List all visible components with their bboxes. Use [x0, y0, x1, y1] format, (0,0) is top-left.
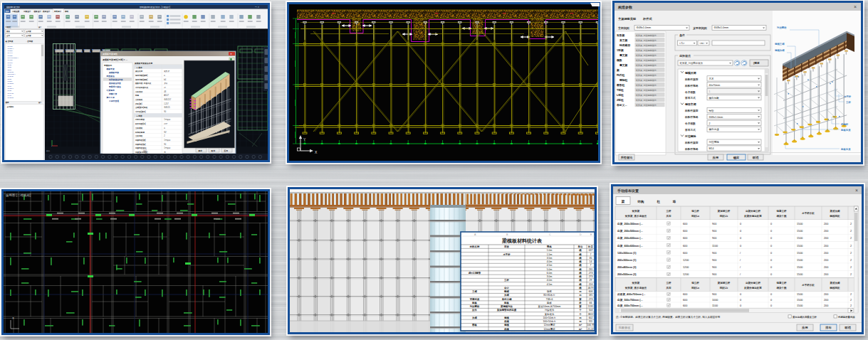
svg-text:根: 根: [578, 279, 582, 282]
svg-text:根: 根: [578, 260, 582, 263]
svg-text:水平杆连接方式: 水平杆连接方式: [135, 86, 149, 89]
svg-text:侧模: 侧模: [503, 317, 509, 319]
svg-text:900: 900: [712, 230, 716, 233]
svg-text:对接抠件: 对接抠件: [545, 309, 555, 312]
svg-text:5.0m: 5.0m: [547, 268, 553, 271]
svg-text:231: 231: [589, 268, 593, 271]
svg-text:合并根数: 合并根数: [684, 90, 696, 94]
svg-text:矩形梁_对拉螺栓做法: 矩形梁_对拉螺栓做法: [635, 84, 657, 87]
svg-text:|◂|▸|: |◂|▸|: [143, 149, 147, 152]
svg-text:106.99: 106.99: [587, 324, 594, 326]
svg-text:全部: 全部: [6, 34, 10, 37]
svg-text:梁模板支架: 梁模板支架: [108, 71, 119, 74]
svg-text:对拉螺栓: 对拉螺栓: [709, 140, 720, 144]
svg-text:▣×: ▣×: [38, 26, 41, 28]
svg-text:1131: 1131: [588, 305, 593, 308]
svg-text:504: 504: [589, 309, 593, 312]
svg-text:600: 600: [683, 230, 687, 233]
svg-text:D: D: [580, 233, 582, 236]
svg-text:工程设置: 工程设置: [11, 10, 20, 13]
svg-text:200: 200: [824, 252, 828, 255]
svg-text:矩形梁_对拉螺栓做法: 矩形梁_对拉螺栓做法: [635, 74, 657, 77]
svg-text:梁跨: 梁跨: [5, 101, 10, 104]
svg-text:高文梁: 高文梁: [619, 53, 628, 57]
svg-text:架体钢管间的连接: 架体钢管间的连接: [496, 308, 517, 312]
svg-text:900: 900: [712, 223, 716, 225]
svg-text:杆件连接(扣): 杆件连接(扣): [135, 122, 146, 125]
svg-text:垫板支座: 垫板支座: [840, 129, 851, 132]
svg-text:200: 200: [824, 223, 828, 225]
svg-text:7: 7: [590, 253, 592, 256]
svg-text:602: 602: [589, 317, 593, 319]
svg-text:预留洞口做法: 预留洞口做法: [108, 85, 121, 88]
svg-text:1500: 1500: [797, 230, 802, 233]
svg-text:◉ 全部梁: ◉ 全部梁: [6, 40, 14, 43]
svg-text:0: 0: [770, 273, 772, 276]
svg-text:边梁_600x600mm (...: 边梁_600x600mm (...: [617, 244, 643, 248]
svg-text:模板支架: 模板支架: [106, 68, 115, 70]
svg-text:637: 637: [589, 249, 593, 252]
svg-text:Φ48.25: Φ48.25: [164, 106, 170, 109]
svg-text:1000: 1000: [712, 299, 718, 302]
svg-text:1步横杆: 1步横杆: [164, 147, 171, 149]
svg-text:根: 根: [578, 249, 582, 252]
svg-text:距梁外侧边距离: 距梁外侧边距离: [743, 286, 762, 289]
svg-text:方木: 方木: [709, 77, 715, 80]
svg-text:次楣: 次楣: [504, 293, 509, 297]
svg-text:确定: 确定: [198, 149, 203, 152]
svg-text:▸ 基本: ▸ 基本: [136, 66, 142, 69]
svg-text:根: 根: [578, 253, 582, 256]
svg-text:枓配件规格: 枓配件规格: [684, 115, 699, 119]
svg-text:1500: 1500: [797, 245, 802, 248]
svg-text:0: 0: [770, 293, 772, 296]
svg-text:0: 0: [770, 299, 772, 302]
svg-text:支模体系: 支模体系: [103, 64, 112, 67]
svg-text:根: 根: [578, 257, 582, 260]
svg-text:共用: 共用: [666, 214, 672, 218]
svg-text:L型柱: L型柱: [617, 93, 624, 97]
svg-text:T38×6: T38×6: [546, 298, 553, 301]
svg-text:梁宽细立杆: 梁宽细立杆: [717, 281, 731, 285]
svg-text:m: m: [579, 320, 581, 323]
svg-text:选择做法: 选择做法: [679, 54, 691, 58]
svg-text:梁底次楣: 梁底次楣: [830, 281, 841, 285]
svg-text:4.0m: 4.0m: [547, 279, 553, 282]
svg-text:自定义...: 自定义...: [617, 103, 627, 107]
svg-text:适用范围(梁宽): 适用范围(梁宽): [135, 74, 147, 77]
svg-text:200x400mm (3): 200x400mm (3): [617, 266, 637, 269]
svg-text:横向间断: 横向间断: [709, 97, 720, 100]
svg-text:12mm覆膜: 12mm覆膜: [543, 324, 555, 326]
svg-text:200: 200: [824, 259, 828, 262]
svg-text:共用: 共用: [666, 286, 672, 289]
svg-text:混凝立杆: 混凝立杆: [776, 209, 788, 213]
svg-text:应用: 应用: [801, 326, 807, 329]
svg-text:T型柱: T型柱: [617, 88, 624, 92]
svg-text:直角抠件: 直角抠件: [545, 313, 555, 316]
svg-text:架体做法设置: 架体做法设置: [108, 82, 121, 85]
svg-text:3.0m: 3.0m: [547, 275, 553, 278]
svg-text:对拉螺栓: 对拉螺栓: [684, 134, 696, 138]
svg-text:矩形梁_逐步递做法: 矩形梁_逐步递做法: [624, 214, 647, 218]
svg-text:侧模次楣: 侧模次楣: [774, 48, 785, 52]
svg-text:矩形梁_逐步递做法: 矩形梁_逐步递做法: [624, 286, 647, 289]
svg-text:600: 600: [683, 293, 687, 296]
svg-text:2型柱: 2型柱: [617, 98, 624, 102]
svg-text:无: 无: [164, 152, 166, 154]
svg-text:梁底次楣: 梁底次楣: [830, 209, 841, 213]
svg-text:1500: 1500: [797, 299, 802, 302]
svg-text:1500: 1500: [797, 223, 802, 225]
svg-text:0: 0: [770, 237, 772, 240]
svg-text:2: 2: [850, 223, 852, 225]
svg-text:面板: 面板: [471, 323, 477, 326]
svg-text:立杆: 立杆: [666, 281, 672, 285]
svg-text:混立杆: 混立杆: [691, 209, 699, 213]
svg-text:1100: 1100: [712, 245, 718, 248]
svg-text:边梁_500x700mm (...: 边梁_500x700mm (...: [617, 298, 643, 302]
svg-text:枓配件类型: 枓配件类型: [684, 141, 699, 144]
svg-text:根: 根: [578, 287, 582, 289]
svg-text:钢楣: 钢楣: [503, 289, 509, 293]
svg-text:材料名称: 材料名称: [469, 245, 480, 248]
svg-text:特殊截面: 特殊截面: [619, 43, 630, 47]
svg-text:可调托座: 可调托座: [469, 297, 480, 301]
svg-text:Φ48x1.0mm: Φ48x1.0mm: [709, 116, 723, 119]
